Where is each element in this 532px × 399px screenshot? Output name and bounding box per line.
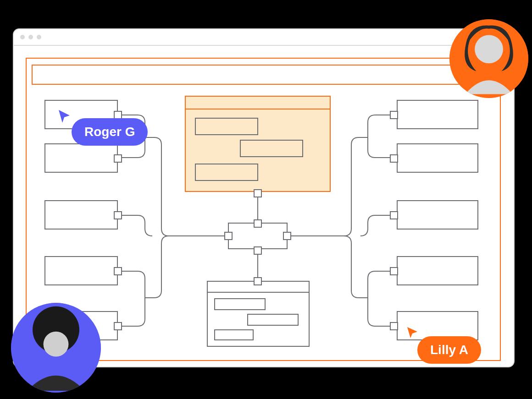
avatar-lilly (449, 19, 528, 98)
svg-rect-29 (225, 232, 232, 240)
left-node-3[interactable] (45, 201, 122, 229)
svg-rect-30 (283, 232, 291, 240)
svg-rect-6 (45, 257, 117, 285)
right-node-5[interactable] (390, 312, 478, 340)
cursor-lilly[interactable] (405, 325, 419, 339)
cursor-roger[interactable] (57, 108, 72, 124)
stage: Roger G Lilly A (0, 0, 532, 399)
svg-rect-17 (390, 268, 398, 275)
avatar-placeholder-icon (449, 19, 528, 98)
svg-rect-27 (254, 220, 261, 227)
left-node-4[interactable] (45, 257, 122, 285)
svg-rect-1 (114, 111, 122, 119)
svg-rect-9 (114, 322, 122, 330)
svg-rect-11 (390, 111, 398, 119)
cursor-pointer-icon (57, 108, 72, 124)
svg-rect-10 (397, 100, 478, 129)
avatar-placeholder-icon (11, 303, 101, 393)
svg-rect-7 (114, 268, 122, 275)
svg-rect-13 (390, 155, 398, 162)
svg-point-44 (44, 332, 69, 357)
left-node-2[interactable] (45, 144, 122, 172)
center-panel[interactable] (185, 96, 330, 197)
svg-rect-12 (397, 144, 478, 172)
svg-rect-2 (45, 144, 117, 172)
right-node-2[interactable] (390, 144, 478, 172)
cursor-roger-label: Roger G (72, 118, 148, 146)
svg-point-40 (475, 35, 503, 63)
svg-rect-28 (254, 247, 261, 254)
svg-rect-15 (390, 212, 398, 219)
right-node-4[interactable] (390, 257, 478, 285)
svg-rect-19 (390, 322, 398, 330)
avatar-roger (11, 303, 101, 393)
svg-rect-16 (397, 257, 478, 285)
right-node-3[interactable] (390, 201, 478, 229)
bottom-panel[interactable] (207, 278, 309, 346)
svg-rect-36 (254, 278, 261, 285)
svg-rect-4 (45, 201, 117, 229)
svg-rect-5 (114, 212, 122, 219)
svg-rect-25 (254, 190, 261, 197)
svg-rect-3 (114, 155, 122, 162)
svg-rect-14 (397, 201, 478, 229)
hub-node[interactable] (225, 220, 291, 254)
cursor-lilly-label: Lilly A (417, 336, 481, 364)
right-node-1[interactable] (390, 100, 478, 129)
cursor-pointer-icon (405, 325, 419, 339)
